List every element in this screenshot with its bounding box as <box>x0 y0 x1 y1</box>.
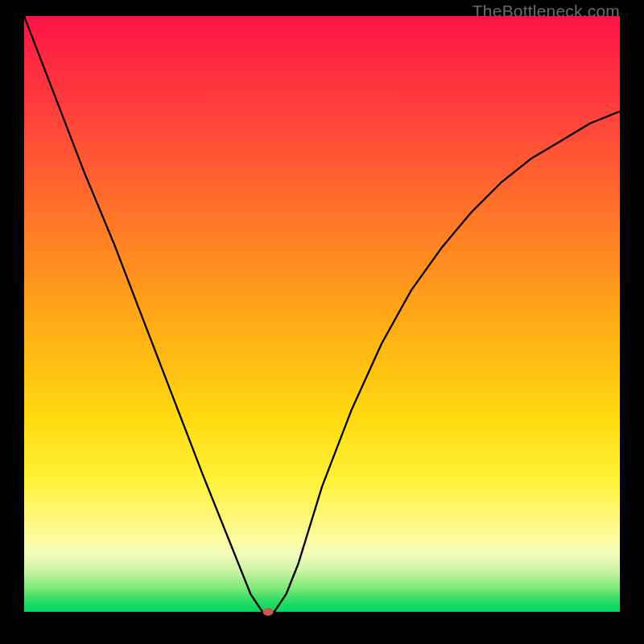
chart-frame: TheBottleneck.com <box>0 0 644 644</box>
minimum-marker-dot <box>263 608 274 616</box>
curve-svg <box>24 16 620 612</box>
plot-area <box>24 16 620 612</box>
bottleneck-curve <box>24 16 620 612</box>
